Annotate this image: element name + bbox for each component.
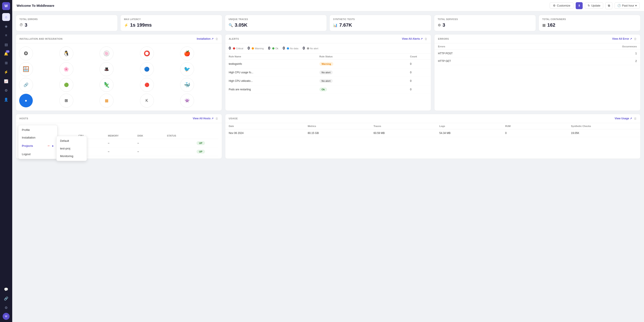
view-usage-link[interactable]: View Usage ↗	[615, 117, 632, 120]
integration-fedora[interactable]: 🔵	[140, 62, 154, 76]
integration-grid-icon[interactable]: ⊞	[60, 94, 73, 108]
integration-ansible[interactable]: 🟢	[60, 78, 73, 92]
installation-panel: INSTALLATION AND INTEGRATION Installatio…	[16, 34, 222, 111]
integration-oracle[interactable]: 🔴	[140, 78, 154, 92]
customize-button[interactable]: ⚙ Customize	[550, 2, 574, 9]
usage-delete-icon[interactable]: 🗑	[634, 117, 637, 120]
stat-unique-traces: UNIQUE TRACES 🔍 3.05K	[225, 15, 327, 31]
integration-grid: ⚙ 🐧 🍥 ⭕ 🍎 🪟 🌸 🎩 🔵 🐦 🔗 🟢 🦎 🔴	[16, 43, 222, 111]
table-row: HTTP GET 2	[434, 57, 640, 65]
external-link-icon: ↗	[211, 37, 214, 40]
integration-suse[interactable]: 🦎	[100, 78, 114, 92]
external-link-icon4: ↗	[211, 117, 214, 120]
sidebar-item-dashboard[interactable]: ⊞	[2, 59, 10, 67]
integration-redhat[interactable]: 🎩	[100, 62, 114, 76]
integration-circle[interactable]: ●	[19, 94, 33, 108]
integration-k[interactable]: K	[140, 94, 154, 108]
external-link-icon5: ↗	[630, 117, 632, 120]
sidebar-item-rum[interactable]: 📈	[2, 77, 10, 85]
table-row: HTTP POST 1	[434, 50, 640, 57]
integration-orange-box[interactable]: ▦	[100, 94, 114, 108]
alert-critical: 0 Critical	[229, 46, 244, 51]
usage-title: USAGE	[229, 117, 238, 120]
sidebar-item-home[interactable]: ⌂	[2, 13, 10, 21]
sidebar-item-apm[interactable]: ▤	[2, 40, 10, 48]
alerts-badge: 15	[6, 50, 10, 53]
copy-button[interactable]: ⧉	[605, 2, 612, 9]
dropdown-item-logout[interactable]: Logout	[18, 150, 57, 158]
alerts-title: ALERTS	[229, 37, 239, 40]
stats-row: TOTAL ERRORS ⏱ 3 MAX LATENCY ⚡ 1s 199ms …	[16, 15, 640, 31]
integration-purple[interactable]: 👾	[180, 94, 194, 108]
integration-puppet[interactable]: 🔗	[19, 78, 33, 92]
integration-linux[interactable]: 🐧	[60, 46, 73, 60]
alerts-table-header: Rule Name Rule Status Count	[225, 53, 431, 60]
integration-ubuntu[interactable]: ⭕	[140, 46, 154, 60]
alerts-delete-icon[interactable]: 🗑	[424, 37, 428, 40]
integration-debian[interactable]: 🍥	[100, 46, 114, 60]
sub-dropdown-item-testproj[interactable]: test-proj	[56, 145, 87, 152]
errors-table-header: Errors Occurrences	[434, 43, 640, 50]
alert-noalert: 0 No alert	[303, 46, 318, 51]
update-button[interactable]: ↻ Update	[585, 2, 603, 9]
main-grid-top: INSTALLATION AND INTEGRATION Installatio…	[16, 34, 640, 111]
dropdown-item-projects[interactable]: Projects ← ▸	[18, 141, 57, 150]
clock-icon: 🕐	[617, 4, 621, 7]
sidebar-item-integrations[interactable]: ◈	[2, 22, 10, 30]
nodata-dot	[287, 47, 289, 49]
status-badge: UP	[196, 150, 205, 154]
sub-dropdown-item-default[interactable]: Default	[56, 137, 87, 145]
services-icon: ⚙	[438, 23, 441, 27]
view-all-hosts-link[interactable]: View All Hosts ↗	[193, 117, 214, 120]
integration-apple[interactable]: 🍎	[180, 46, 194, 60]
view-all-alerts-link[interactable]: View All Alerts ↗	[402, 37, 423, 40]
view-all-errors-link[interactable]: View All Error ↗	[612, 37, 632, 40]
errors-delete-icon[interactable]: 🗑	[634, 37, 637, 40]
sidebar-item-gear[interactable]: ⚙	[2, 304, 10, 312]
dropdown-item-profile[interactable]: Profile	[18, 126, 57, 134]
sidebar-item-alerts[interactable]: 🔔 15	[2, 50, 10, 58]
external-link-icon2: ↗	[420, 37, 423, 40]
warning-dot	[252, 47, 254, 49]
hosts-delete-icon[interactable]: 🗑	[215, 117, 218, 120]
alert-nodata: 0 No data	[283, 46, 298, 51]
integration-windows[interactable]: 🪟	[19, 62, 33, 76]
alerts-table: Rule Name Rule Status Count testlogsinfo…	[225, 53, 431, 94]
sidebar-item-settings[interactable]: ⚙	[2, 86, 10, 94]
main-container: Welcome To Middleware ⚙ Customize ⏸ ↻ Up…	[12, 0, 644, 322]
pause-button[interactable]: ⏸	[576, 2, 583, 9]
sidebar-item-infrastructure[interactable]: ⚡	[2, 68, 10, 76]
time-range-button[interactable]: 🕐 Past hour ▾	[614, 2, 640, 9]
errors-panel-header: ERRORS View All Error ↗ 🗑	[434, 34, 640, 43]
content-area: TOTAL ERRORS ⏱ 3 MAX LATENCY ⚡ 1s 199ms …	[12, 11, 644, 322]
external-link-icon3: ↗	[630, 37, 632, 40]
user-avatar[interactable]: W	[2, 313, 10, 320]
installation-title: INSTALLATION AND INTEGRATION	[20, 37, 63, 40]
errors-title: ERRORS	[438, 37, 449, 40]
integration-fancy1[interactable]: 🌸	[60, 62, 73, 76]
sidebar-item-user[interactable]: 👤	[2, 96, 10, 103]
integration-bird[interactable]: 🐦	[180, 62, 194, 76]
installation-link[interactable]: Installation ↗	[197, 37, 213, 40]
alerts-actions: View All Alerts ↗ 🗑	[402, 37, 428, 40]
integration-kubernetes[interactable]: ⚙	[19, 46, 33, 60]
installation-delete-icon[interactable]: 🗑	[215, 37, 218, 40]
stat-synthetic-tests: SYNTHETIC TESTS 📊 7.67K	[330, 15, 431, 31]
integration-docker[interactable]: 🐳	[180, 78, 194, 92]
sidebar-item-logs[interactable]: ≡	[2, 31, 10, 39]
ok-dot	[272, 47, 274, 49]
sidebar-item-support[interactable]: 💬	[2, 285, 10, 293]
table-row: Nov 06 2024 80.15 GB 60.59 MB 54.34 MB 0…	[225, 129, 640, 137]
pause-icon: ⏸	[578, 4, 581, 7]
errors-actions: View All Error ↗ 🗑	[612, 37, 637, 40]
header: Welcome To Middleware ⚙ Customize ⏸ ↻ Up…	[12, 0, 644, 11]
header-actions: ⚙ Customize ⏸ ↻ Update ⧉ 🕐 Past hour ▾	[550, 2, 640, 9]
sidebar-item-connect[interactable]: 🔗	[2, 295, 10, 302]
stat-total-containers: TOTAL CONTAINERS ▦ 162	[538, 15, 640, 31]
dropdown-item-installation[interactable]: Installation	[18, 134, 57, 141]
table-row: testlogsinfo Warning 0	[225, 60, 431, 68]
hosts-actions: View All Hosts ↗ 🗑	[193, 117, 218, 120]
sidebar-logo[interactable]: W	[2, 2, 10, 10]
sub-dropdown-item-monitoring[interactable]: Monitoring	[56, 152, 87, 160]
sidebar: W ⌂ ◈ ≡ ▤ 🔔 15 ⊞ ⚡ 📈 ⚙ 👤 💬 🔗 ⚙ W	[0, 0, 12, 322]
